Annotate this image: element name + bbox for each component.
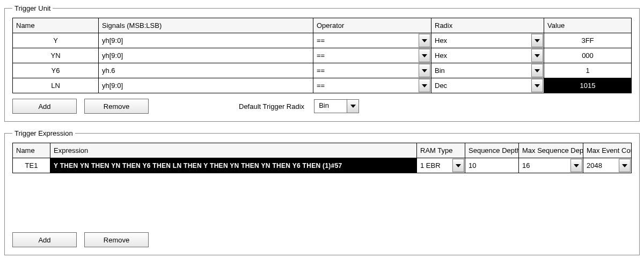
tu-value-cell[interactable]: 1015 [544, 78, 632, 93]
tu-radix-cell[interactable]: Hex [431, 48, 544, 63]
trigger-expression-group: Trigger Expression Name Expression RAM T… [4, 129, 640, 255]
default-trigger-radix-value: Bin [314, 100, 347, 113]
default-trigger-radix-group: Default Trigger Radix Bin [239, 99, 359, 113]
table-row: Y6yh.6==Bin1 [13, 63, 632, 78]
te-header-row: Name Expression RAM Type Sequence Depth … [13, 143, 632, 158]
tu-radix-cell[interactable]: Dec [431, 78, 544, 93]
chevron-down-icon[interactable] [531, 64, 543, 77]
tu-operator-cell[interactable]: == [313, 48, 431, 63]
tu-name-cell[interactable]: Y6 [13, 63, 99, 78]
chevron-down-icon[interactable] [531, 79, 543, 92]
te-expression-cell[interactable]: Y THEN YN THEN YN THEN Y6 THEN LN THEN Y… [50, 158, 417, 173]
tu-h-radix: Radix [431, 18, 544, 33]
te-h-max-event: Max Event Counter [583, 143, 632, 158]
tu-operator-cell[interactable]: == [313, 78, 431, 93]
tu-name-cell[interactable]: Y [13, 33, 99, 48]
chevron-down-icon[interactable] [531, 34, 543, 47]
default-trigger-radix-label: Default Trigger Radix [239, 102, 304, 110]
trigger-unit-table: Name Signals (MSB:LSB) Operator Radix Va… [12, 18, 632, 93]
te-max-event-cell[interactable]: 2048 [583, 158, 632, 173]
tu-toolbar: Add Remove Default Trigger Radix Bin [12, 99, 632, 114]
te-h-seq-depth: Sequence Depth [465, 143, 519, 158]
chevron-down-icon[interactable] [452, 159, 464, 172]
tu-operator-cell[interactable]: == [313, 33, 431, 48]
tu-h-operator: Operator [313, 18, 431, 33]
te-ram-type-cell[interactable]: 1 EBR [417, 158, 465, 173]
te-add-button[interactable]: Add [12, 232, 77, 247]
tu-signals-cell[interactable]: yh[9:0] [99, 33, 313, 48]
te-h-ram-type: RAM Type [417, 143, 465, 158]
trigger-expression-table: Name Expression RAM Type Sequence Depth … [12, 143, 632, 173]
chevron-down-icon[interactable] [347, 100, 358, 113]
te-remove-button[interactable]: Remove [84, 232, 149, 247]
tu-signals-cell[interactable]: yh.6 [99, 63, 313, 78]
chevron-down-icon[interactable] [531, 49, 543, 62]
tu-value-cell[interactable]: 3FF [544, 33, 632, 48]
table-row: YNyh[9:0]==Hex000 [13, 48, 632, 63]
chevron-down-icon[interactable] [570, 159, 582, 172]
table-row: LNyh[9:0]==Dec1015 [13, 78, 632, 93]
tu-add-button[interactable]: Add [12, 99, 77, 114]
te-h-expression: Expression [50, 143, 417, 158]
chevron-down-icon[interactable] [619, 159, 631, 172]
tu-remove-button[interactable]: Remove [84, 99, 149, 114]
trigger-unit-group: Trigger Unit Name Signals (MSB:LSB) Oper… [4, 4, 640, 122]
te-name-cell[interactable]: TE1 [13, 158, 50, 173]
te-seq-depth-cell[interactable]: 10 [465, 158, 519, 173]
table-row: Yyh[9:0]==Hex3FF [13, 33, 632, 48]
tu-h-name: Name [13, 18, 99, 33]
chevron-down-icon[interactable] [419, 79, 430, 92]
tu-signals-cell[interactable]: yh[9:0] [99, 48, 313, 63]
tu-value-cell[interactable]: 1 [544, 63, 632, 78]
tu-signals-cell[interactable]: yh[9:0] [99, 78, 313, 93]
tu-operator-cell[interactable]: == [313, 63, 431, 78]
tu-name-cell[interactable]: LN [13, 78, 99, 93]
chevron-down-icon[interactable] [419, 64, 430, 77]
default-trigger-radix-combo[interactable]: Bin [314, 99, 359, 113]
tu-h-signals: Signals (MSB:LSB) [99, 18, 313, 33]
trigger-unit-legend: Trigger Unit [12, 4, 53, 12]
tu-header-row: Name Signals (MSB:LSB) Operator Radix Va… [13, 18, 632, 33]
te-max-seq-depth-cell[interactable]: 16 [519, 158, 583, 173]
tu-radix-cell[interactable]: Bin [431, 63, 544, 78]
tu-name-cell[interactable]: YN [13, 48, 99, 63]
te-h-max-seq-depth: Max Sequence Depth [519, 143, 583, 158]
chevron-down-icon[interactable] [419, 34, 430, 47]
te-h-name: Name [13, 143, 50, 158]
tu-value-cell[interactable]: 000 [544, 48, 632, 63]
te-toolbar: Add Remove [12, 232, 632, 247]
trigger-expression-legend: Trigger Expression [12, 129, 75, 137]
table-row: TE1Y THEN YN THEN YN THEN Y6 THEN LN THE… [13, 158, 632, 173]
chevron-down-icon[interactable] [419, 49, 430, 62]
tu-h-value: Value [544, 18, 632, 33]
tu-radix-cell[interactable]: Hex [431, 33, 544, 48]
